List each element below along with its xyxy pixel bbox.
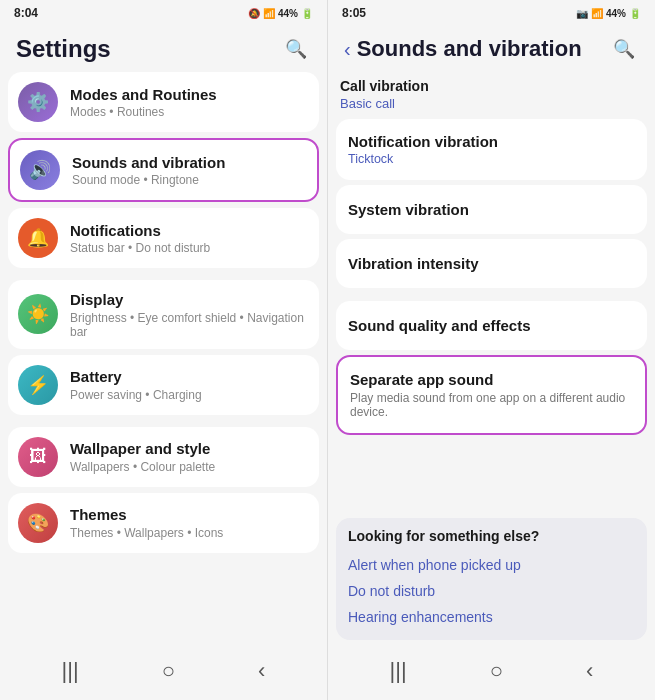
settings-item-sounds[interactable]: 🔊 Sounds and vibration Sound mode • Ring… [8, 138, 319, 202]
left-search-icon[interactable]: 🔍 [281, 34, 311, 64]
wallpaper-subtitle: Wallpapers • Colour palette [70, 460, 215, 474]
notifications-subtitle: Status bar • Do not disturb [70, 241, 210, 255]
notification-vibration-item[interactable]: Notification vibration Ticktock [336, 119, 647, 180]
vibration-intensity-title: Vibration intensity [348, 253, 635, 274]
system-vibration-title: System vibration [348, 199, 635, 220]
left-nav-back[interactable]: ‹ [242, 654, 281, 688]
right-status-bar: 8:05 📷 📶 44% 🔋 [328, 0, 655, 24]
sounds-subtitle: Sound mode • Ringtone [72, 173, 225, 187]
settings-item-wallpaper[interactable]: 🖼 Wallpaper and style Wallpapers • Colou… [8, 427, 319, 487]
settings-item-modes[interactable]: ⚙️ Modes and Routines Modes • Routines [8, 72, 319, 132]
right-status-icons: 📷 📶 44% 🔋 [576, 8, 641, 19]
right-search-icon[interactable]: 🔍 [609, 34, 639, 64]
themes-icon: 🎨 [18, 503, 58, 543]
themes-subtitle: Themes • Wallpapers • Icons [70, 526, 223, 540]
battery-title: Battery [70, 367, 202, 387]
notification-vibration-title: Notification vibration [348, 133, 635, 150]
right-sounds-list: Notification vibration Ticktock System v… [328, 119, 655, 518]
left-status-bar: 8:04 🔕 📶 44% 🔋 [0, 0, 327, 24]
display-subtitle: Brightness • Eye comfort shield • Naviga… [70, 311, 309, 339]
notifications-icon: 🔔 [18, 218, 58, 258]
separate-app-sound-desc: Play media sound from one app on a diffe… [350, 391, 633, 419]
display-icon: ☀️ [18, 294, 58, 334]
notification-vibration-sub: Ticktock [348, 152, 635, 166]
left-time: 8:04 [14, 6, 38, 20]
looking-link-alert[interactable]: Alert when phone picked up [348, 552, 635, 578]
call-vibration-title: Call vibration [328, 72, 655, 96]
battery-subtitle: Power saving • Charging [70, 388, 202, 402]
settings-item-display[interactable]: ☀️ Display Brightness • Eye comfort shie… [8, 280, 319, 349]
wallpaper-icon: 🖼 [18, 437, 58, 477]
call-vibration-sub: Basic call [328, 96, 655, 119]
sound-quality-title: Sound quality and effects [348, 315, 635, 336]
sounds-title: Sounds and vibration [72, 153, 225, 173]
settings-item-notifications[interactable]: 🔔 Notifications Status bar • Do not dist… [8, 208, 319, 268]
looking-section: Looking for something else? Alert when p… [336, 518, 647, 640]
right-header: ‹ Sounds and vibration 🔍 [328, 24, 655, 72]
display-title: Display [70, 290, 309, 310]
separate-app-sound-item[interactable]: Separate app sound Play media sound from… [336, 355, 647, 435]
sounds-icon: 🔊 [20, 150, 60, 190]
right-page-title: Sounds and vibration [357, 36, 582, 62]
modes-icon: ⚙️ [18, 82, 58, 122]
themes-title: Themes [70, 505, 223, 525]
settings-item-battery[interactable]: ⚡ Battery Power saving • Charging [8, 355, 319, 415]
left-settings-list: ⚙️ Modes and Routines Modes • Routines 🔊… [0, 72, 327, 646]
modes-subtitle: Modes • Routines [70, 105, 217, 119]
left-status-icons: 🔕 📶 44% 🔋 [248, 8, 313, 19]
right-nav-home[interactable]: ○ [474, 654, 519, 688]
separate-app-sound-title: Separate app sound [350, 371, 633, 388]
system-vibration-item[interactable]: System vibration [336, 185, 647, 234]
looking-heading: Looking for something else? [348, 528, 635, 544]
right-panel: 8:05 📷 📶 44% 🔋 ‹ Sounds and vibration 🔍 … [327, 0, 655, 700]
left-nav-home[interactable]: ○ [146, 654, 191, 688]
left-bottom-nav: ||| ○ ‹ [0, 646, 327, 700]
right-time: 8:05 [342, 6, 366, 20]
back-button[interactable]: ‹ [344, 38, 351, 61]
left-page-title: Settings [16, 35, 111, 63]
left-header: Settings 🔍 [0, 24, 327, 72]
left-panel: 8:04 🔕 📶 44% 🔋 Settings 🔍 ⚙️ Modes and R… [0, 0, 327, 700]
left-nav-recent[interactable]: ||| [46, 654, 95, 688]
looking-link-dnd[interactable]: Do not disturb [348, 578, 635, 604]
right-nav-recent[interactable]: ||| [374, 654, 423, 688]
modes-title: Modes and Routines [70, 85, 217, 105]
vibration-intensity-item[interactable]: Vibration intensity [336, 239, 647, 288]
notifications-title: Notifications [70, 221, 210, 241]
right-bottom-nav: ||| ○ ‹ [328, 646, 655, 700]
settings-item-themes[interactable]: 🎨 Themes Themes • Wallpapers • Icons [8, 493, 319, 553]
sound-quality-item[interactable]: Sound quality and effects [336, 301, 647, 350]
right-nav-back[interactable]: ‹ [570, 654, 609, 688]
wallpaper-title: Wallpaper and style [70, 439, 215, 459]
battery-icon: ⚡ [18, 365, 58, 405]
looking-link-hearing[interactable]: Hearing enhancements [348, 604, 635, 630]
